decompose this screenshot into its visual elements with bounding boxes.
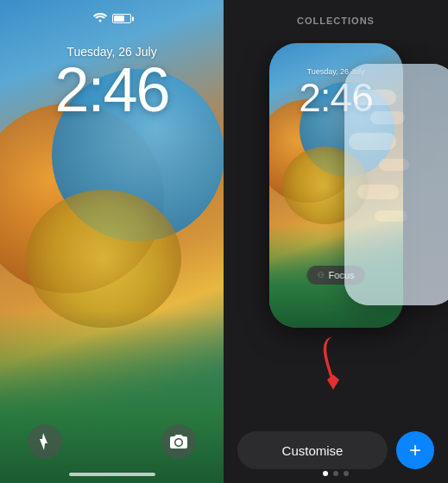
wifi-icon [93,12,107,25]
lock-screen-panel: Tuesday, 26 July 2:46 [0,0,224,483]
svg-point-0 [98,20,101,22]
battery-icon [112,14,131,23]
add-button[interactable]: + [396,431,434,469]
bottom-toolbar: Customise + [224,431,448,483]
lock-screen-time: 2:46 [0,59,224,121]
partial-wallpaper-clouds [344,64,448,305]
torch-button[interactable] [28,424,62,459]
red-arrow-indicator [307,333,359,393]
focus-badge-icon: ⚇ [318,271,325,279]
collections-panel: COLLECTIONS Tuesday, 26 July 2:46 ⚇ Focu… [224,0,448,483]
customise-button[interactable]: Customise [237,431,388,469]
status-bar [0,12,224,25]
camera-button[interactable] [161,424,196,459]
home-indicator [69,473,155,476]
phone-preview-partial [344,64,448,305]
wallpaper-orb-yellow [26,190,181,328]
lock-screen-bottom-bar [0,424,224,459]
collections-scroll-area[interactable]: Tuesday, 26 July 2:46 ⚇ Focus [224,40,448,461]
collections-title: COLLECTIONS [297,16,375,26]
